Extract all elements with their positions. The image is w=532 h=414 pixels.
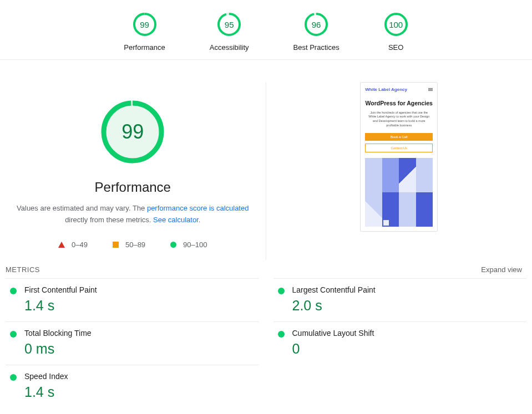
thumb-primary-button: Book a Call [365,133,433,141]
metrics-header-row: METRICS Expand view [0,260,532,278]
status-dot-icon [10,374,17,381]
performance-big-gauge: 99 [99,99,166,165]
gauge-score: 100 [384,12,408,37]
desc-text: . [199,216,201,224]
legend-poor: 0–49 [58,241,88,249]
gauge-label: Accessibility [210,43,249,52]
metric-name: Speed Index [24,372,68,381]
metric-value: 1.4 s [24,384,68,400]
status-dot-icon [10,331,17,338]
see-calculator-link[interactable]: See calculator [153,216,199,224]
gauge-score: 99 [133,12,157,37]
desc-text: Values are estimated and may vary. The [17,204,147,212]
circle-icon [170,242,176,248]
hamburger-icon [428,88,433,91]
performance-big-score: 99 [99,99,166,165]
gauge-label: Performance [124,43,165,52]
metric-largest-contentful-paint[interactable]: Largest Contentful Paint 2.0 s [273,278,527,321]
gauge-performance[interactable]: 99 Performance [124,12,165,52]
gauge-score: 96 [304,12,328,37]
legend-label: 90–100 [183,241,207,249]
triangle-icon [58,242,65,248]
performance-calc-link[interactable]: performance score is calculated [147,204,249,212]
metric-value: 1.4 s [24,298,97,314]
metric-total-blocking-time[interactable]: Total Blocking Time 0 ms [6,321,259,365]
score-legend: 0–49 50–89 90–100 [58,241,207,249]
gauge-seo[interactable]: 100 SEO [384,12,408,52]
thumb-logo: White Label Agency [365,87,407,92]
performance-summary: 99 Performance Values are estimated and … [0,82,266,260]
status-dot-icon [10,288,17,294]
gauge-ring: 100 [384,12,408,37]
metric-value: 0 [292,341,374,357]
gauge-accessibility[interactable]: 95 Accessibility [210,12,249,52]
metric-name: Total Blocking Time [24,329,92,338]
gauge-score: 95 [217,12,241,37]
page-screenshot-thumbnail: White Label Agency WordPress for Agencie… [360,82,438,232]
status-dot-icon [278,288,285,294]
legend-label: 50–89 [125,241,145,249]
gauge-ring: 96 [304,12,328,37]
metric-name: Largest Contentful Paint [292,285,376,294]
gauge-best-practices[interactable]: 96 Best Practices [293,12,340,52]
thumb-subtitle: Join the hundreds of agencies that use t… [365,111,433,128]
metric-value: 2.0 s [292,298,376,314]
gauge-ring: 99 [133,12,157,37]
gauge-label: SEO [388,43,403,52]
metrics-heading: METRICS [6,265,40,274]
desc-text: directly from these metrics. [65,216,153,224]
expand-view-toggle[interactable]: Expand view [481,265,522,274]
square-icon [113,242,119,248]
legend-good: 90–100 [170,241,207,249]
metrics-grid: First Contentful Paint 1.4 s Largest Con… [0,278,532,408]
legend-average: 50–89 [113,241,145,249]
performance-section: 99 Performance Values are estimated and … [0,60,532,260]
thumb-title: WordPress for Agencies [365,100,433,108]
category-gauge-strip: 99 Performance 95 Accessibility 96 Best … [0,0,532,60]
metric-name: Cumulative Layout Shift [292,329,374,338]
gauge-label: Best Practices [293,43,340,52]
metric-first-contentful-paint[interactable]: First Contentful Paint 1.4 s [6,278,259,321]
performance-title: Performance [95,180,171,195]
screenshot-column: White Label Agency WordPress for Agencie… [266,82,533,260]
performance-description: Values are estimated and may vary. The p… [16,203,249,226]
metric-value: 0 ms [24,341,92,357]
metric-cumulative-layout-shift[interactable]: Cumulative Layout Shift 0 [273,321,527,365]
thumb-artwork [365,158,433,227]
thumb-secondary-button: Contact Us [365,144,433,152]
gauge-ring: 95 [217,12,241,37]
legend-label: 0–49 [72,241,88,249]
metric-speed-index[interactable]: Speed Index 1.4 s [6,365,259,408]
status-dot-icon [278,331,285,338]
metric-name: First Contentful Paint [24,285,97,294]
